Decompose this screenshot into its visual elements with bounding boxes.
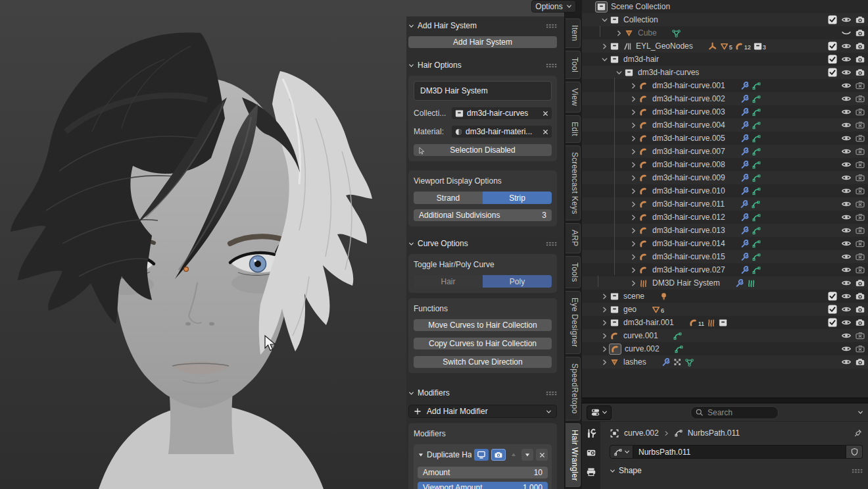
render-enabled-icon[interactable] bbox=[855, 28, 865, 38]
eye-visible-icon[interactable] bbox=[841, 107, 852, 117]
outliner-row[interactable]: Collection bbox=[582, 13, 868, 26]
disclosure-right-icon[interactable] bbox=[629, 174, 638, 182]
outliner-item-label[interactable]: Scene Collection bbox=[611, 2, 670, 11]
strand-toggle[interactable]: Strand bbox=[414, 192, 483, 204]
render-enabled-icon[interactable] bbox=[855, 317, 865, 328]
eye-visible-icon[interactable] bbox=[841, 186, 852, 196]
outliner-item-label[interactable]: dm3d-hair-curve.003 bbox=[652, 107, 725, 116]
exclude-checkbox-icon[interactable] bbox=[828, 305, 837, 314]
render-enabled-icon[interactable] bbox=[855, 54, 865, 64]
eye-hidden-icon[interactable] bbox=[841, 28, 852, 38]
exclude-checkbox-icon[interactable] bbox=[828, 15, 837, 24]
panel-grip[interactable] bbox=[546, 242, 557, 246]
render-enabled-icon[interactable] bbox=[855, 304, 865, 315]
eye-visible-icon[interactable] bbox=[841, 146, 852, 157]
sidebar-tab-tools[interactable]: Tools bbox=[566, 256, 581, 289]
outliner-row[interactable]: curve.001 bbox=[582, 329, 868, 342]
disclosure-down-icon[interactable] bbox=[615, 68, 623, 77]
outliner-row[interactable]: dm3d-hair-curve.005 bbox=[582, 132, 868, 145]
modifier-move-down-button[interactable] bbox=[521, 449, 533, 461]
disclosure-right-icon[interactable] bbox=[629, 240, 638, 248]
render-tab-icon[interactable] bbox=[586, 448, 596, 458]
outliner-row[interactable]: dm3d-hair-curves bbox=[582, 66, 868, 79]
eye-visible-icon[interactable] bbox=[841, 330, 852, 341]
move-curves-button[interactable]: Move Curves to Hair Collection bbox=[414, 319, 552, 331]
disclosure-right-icon[interactable] bbox=[629, 187, 638, 195]
eye-visible-icon[interactable] bbox=[841, 344, 852, 354]
disclosure-right-icon[interactable] bbox=[629, 82, 638, 90]
render-disabled-icon[interactable] bbox=[855, 225, 865, 236]
outliner-item-label[interactable]: dm3d-hair bbox=[623, 55, 659, 64]
outliner-row[interactable]: EYL_GeoNodes5123 bbox=[582, 39, 868, 53]
outliner-item-label[interactable]: dm3d-hair-curve.007 bbox=[652, 147, 725, 156]
outliner-row[interactable]: dm3d-hair-curve.008 bbox=[582, 158, 868, 171]
search-input[interactable] bbox=[706, 407, 761, 418]
outliner-row[interactable]: dm3d-hair-curve.009 bbox=[582, 171, 868, 184]
disclosure-right-icon[interactable] bbox=[600, 292, 609, 301]
disclosure-right-icon[interactable] bbox=[629, 253, 638, 261]
render-disabled-icon[interactable] bbox=[855, 344, 865, 354]
sidebar-tab-arp[interactable]: ARP bbox=[566, 223, 581, 253]
eye-visible-icon[interactable] bbox=[841, 120, 852, 130]
render-enabled-icon[interactable] bbox=[855, 357, 865, 367]
modifier-name[interactable]: Duplicate Hair... bbox=[427, 450, 471, 459]
panel-header-add-hair-system[interactable]: Add Hair System bbox=[408, 20, 557, 31]
datablock-browse-button[interactable] bbox=[610, 445, 633, 459]
outliner-item-label[interactable]: dm3d-hair-curve.014 bbox=[652, 239, 725, 248]
eye-visible-icon[interactable] bbox=[841, 212, 852, 222]
render-disabled-icon[interactable] bbox=[855, 238, 865, 249]
shape-panel-header[interactable]: Shape bbox=[610, 466, 863, 475]
outliner-row[interactable]: scene bbox=[582, 290, 868, 303]
render-disabled-icon[interactable] bbox=[855, 172, 865, 183]
disclosure-right-icon[interactable] bbox=[600, 305, 609, 314]
disclosure-down-icon[interactable] bbox=[600, 55, 609, 64]
eye-visible-icon[interactable] bbox=[841, 14, 852, 25]
outliner-row[interactable]: dm3d-hair-curve.015 bbox=[582, 250, 868, 263]
eye-visible-icon[interactable] bbox=[841, 80, 852, 91]
outliner-item-label[interactable]: curve.001 bbox=[623, 331, 658, 340]
poly-toggle[interactable]: Poly bbox=[483, 275, 552, 288]
panel-header-hair-options[interactable]: Hair Options bbox=[408, 60, 557, 70]
outliner-item-label[interactable]: dm3d-hair-curve.011 bbox=[652, 199, 725, 209]
outliner-row[interactable]: lashes bbox=[582, 355, 868, 369]
disclosure-right-icon[interactable] bbox=[629, 147, 638, 156]
outliner-row[interactable]: dm3d-hair.00111 bbox=[582, 316, 868, 329]
render-disabled-icon[interactable] bbox=[855, 80, 865, 91]
eye-visible-icon[interactable] bbox=[841, 41, 852, 51]
outliner-item-label[interactable]: scene bbox=[623, 292, 644, 301]
material-field[interactable]: dm3d-hair-materi... bbox=[452, 126, 552, 138]
outliner-row[interactable]: dm3d-hair-curve.003 bbox=[582, 105, 868, 118]
eye-visible-icon[interactable] bbox=[841, 317, 852, 328]
outliner-row[interactable]: dm3d-hair-curve.012 bbox=[582, 211, 868, 224]
render-disabled-icon[interactable] bbox=[855, 251, 865, 262]
render-disabled-icon[interactable] bbox=[855, 265, 865, 275]
outliner-item-label[interactable]: DM3D Hair System bbox=[652, 278, 720, 288]
outliner-item-label[interactable]: dm3d-hair-curve.001 bbox=[652, 81, 725, 90]
strip-toggle[interactable]: Strip bbox=[483, 192, 552, 204]
clear-icon[interactable] bbox=[542, 110, 549, 117]
exclude-checkbox-icon[interactable] bbox=[828, 318, 837, 327]
panel-header-modifiers[interactable]: Modifiers bbox=[408, 388, 557, 398]
outliner-row[interactable]: dm3d-hair-curve.002 bbox=[582, 92, 868, 105]
render-disabled-icon[interactable] bbox=[855, 186, 865, 196]
eye-visible-icon[interactable] bbox=[841, 278, 852, 288]
eye-visible-icon[interactable] bbox=[841, 67, 852, 78]
render-disabled-icon[interactable] bbox=[855, 93, 865, 104]
disclosure-right-icon[interactable] bbox=[600, 345, 609, 353]
outliner-item-label[interactable]: dm3d-hair-curve.010 bbox=[652, 186, 725, 195]
panel-grip[interactable] bbox=[546, 24, 557, 28]
outliner-item-label[interactable]: dm3d-hair-curve.009 bbox=[652, 173, 725, 182]
outliner-item-label[interactable]: dm3d-hair.001 bbox=[623, 318, 674, 327]
modifier-delete-button[interactable] bbox=[536, 449, 548, 461]
disclosure-right-icon[interactable] bbox=[600, 358, 609, 367]
render-disabled-icon[interactable] bbox=[855, 330, 865, 341]
panel-grip[interactable] bbox=[546, 63, 557, 68]
exclude-checkbox-icon[interactable] bbox=[828, 55, 837, 64]
outliner-item-label[interactable]: lashes bbox=[623, 357, 646, 367]
outliner-item-label[interactable]: dm3d-hair-curve.013 bbox=[652, 226, 725, 235]
disclosure-right-icon[interactable] bbox=[629, 95, 638, 103]
selection-disabled-button[interactable]: Selection Disabled bbox=[414, 144, 552, 156]
disclosure-right-icon[interactable] bbox=[629, 121, 638, 130]
disclosure-right-icon[interactable] bbox=[629, 108, 638, 116]
eye-visible-icon[interactable] bbox=[841, 251, 852, 262]
